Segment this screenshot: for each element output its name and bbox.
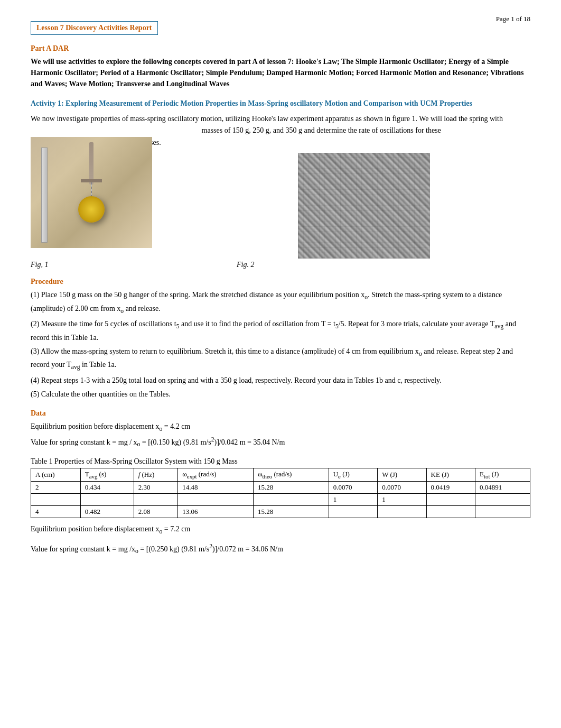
fig1-label: Fig, 1 [31,261,94,269]
cell-ue2 [329,505,377,518]
page-number: Page 1 of 18 [496,15,530,23]
spring-constant-2: Value for spring constant k = mg /xo = [… [31,542,530,557]
proc-step-2: (2) Measure the time for 5 cycles of osc… [31,318,530,344]
cell-wtheo-sub [253,493,329,505]
data-title: Data [31,409,530,418]
col-header-f: f (Hz) [134,468,178,482]
table-row-sub: 1 1 [31,493,530,505]
part-a-title: Part A DAR [31,44,530,53]
table-row-2: 4 0.482 2.08 13.06 15.28 [31,505,530,518]
lesson-title-box: Lesson 7 Discovery Activities Report [31,21,158,35]
equilibrium-1: Equilibrium position before displacement… [31,421,530,434]
proc-step-1: (1) Place 150 g mass on the 50 g hanger … [31,289,530,316]
cell-a1: 2 [31,481,81,493]
cell-a-sub [31,493,81,505]
cell-wexpt2: 13.06 [178,505,254,518]
cell-etot-sub [475,493,530,505]
cell-etot1: 0.04891 [475,481,530,493]
col-header-ke: KE (J) [426,468,475,482]
cell-w1: 0.0070 [378,481,426,493]
figure-1-image [31,137,152,248]
cell-tavg1: 0.434 [80,481,134,493]
cell-wtheo2: 15.28 [253,505,329,518]
col-header-a: A (cm) [31,468,81,482]
col-header-etot: Etot (J) [475,468,530,482]
proc-step-5: (5) Calculate the other quantities on th… [31,389,530,400]
col-header-w: W (J) [378,468,426,482]
col-header-tavg: Tavg (s) [80,468,134,482]
intro-text: We will use activities to explore the fo… [31,56,530,89]
activity1-title: Activity 1: Exploring Measurement of Per… [31,98,530,109]
cell-f-sub [134,493,178,505]
cell-wtheo1: 15.28 [253,481,329,493]
cell-tavg-sub [80,493,134,505]
figure-2-image [298,153,430,259]
cell-wexpt1: 14.48 [178,481,254,493]
cell-ue1: 0.0070 [329,481,377,493]
cell-ke-sub [426,493,475,505]
proc-step-4: (4) Repeat steps 1-3 with a 250g total l… [31,375,530,386]
cell-tavg2: 0.482 [80,505,134,518]
cell-ue-sub: 1 [329,493,377,505]
lesson-title: Lesson 7 Discovery Activities Report [36,24,152,32]
col-header-w-theo: ωtheo (rad/s) [253,468,329,482]
cell-ke2 [426,505,475,518]
procedure-title: Procedure [31,278,530,286]
cell-f1: 2.30 [134,481,178,493]
cell-ke1: 0.0419 [426,481,475,493]
col-header-w-expt: ωexpt (rad/s) [178,468,254,482]
col-header-ue: Ue (J) [329,468,377,482]
cell-a2: 4 [31,505,81,518]
table1-title: Table 1 Properties of Mass-Spring Oscill… [31,457,530,466]
table-row: 2 0.434 2.30 14.48 15.28 0.0070 0.0070 0… [31,481,530,493]
proc-step-3: (3) Allow the mass-spring system to retu… [31,346,530,373]
cell-etot2 [475,505,530,518]
table-header-row: A (cm) Tavg (s) f (Hz) ωexpt (rad/s) ωth… [31,468,530,482]
spring-constant-1: Value for spring constant k = mg / xo = … [31,435,530,450]
table-1: A (cm) Tavg (s) f (Hz) ωexpt (rad/s) ωth… [31,468,530,518]
equilibrium-2: Equilibrium position before displacement… [31,523,530,537]
fig2-label: Fig. 2 [237,261,300,269]
cell-w-sub: 1 [378,493,426,505]
cell-wexpt-sub [178,493,254,505]
cell-w2 [378,505,426,518]
cell-f2: 2.08 [134,505,178,518]
